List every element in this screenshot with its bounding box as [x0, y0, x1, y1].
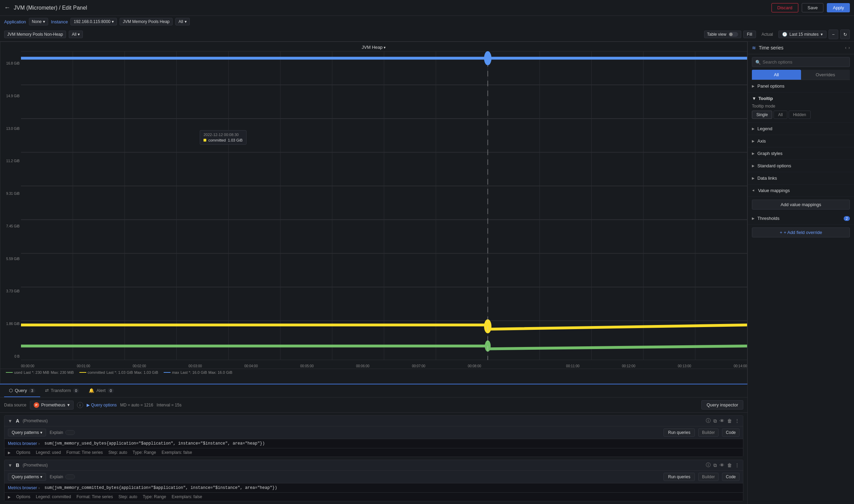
metrics-browser-link-b[interactable]: Metrics browser	[8, 485, 37, 490]
query-inspector-button[interactable]: Query inspector	[701, 400, 743, 410]
legend-committed[interactable]: committed Last *: 1.03 GiB Max: 1.03 GiB	[79, 370, 158, 374]
query-row-b: ▼ B (Prometheus) ⓘ ⧉ 👁 🗑 ⋮ Query pattern…	[4, 460, 743, 501]
delete-action-b[interactable]: 🗑	[727, 462, 732, 468]
table-view-toggle-dot[interactable]	[729, 32, 738, 37]
refresh-button[interactable]: ↻	[840, 30, 850, 39]
info-icon[interactable]: i	[77, 402, 83, 408]
query-patterns-btn-a[interactable]: Query patterns ▾	[8, 429, 46, 436]
query-options-button[interactable]: ▶ Query options	[87, 403, 117, 407]
alert-badge: 0	[108, 388, 114, 393]
tooltip-section-title[interactable]: ▼ Tooltip	[752, 96, 850, 101]
tooltip-section: ▼ Tooltip Tooltip mode Single All Hidden	[748, 92, 854, 123]
back-button[interactable]: ←	[4, 4, 10, 11]
sidebar-title: Time series	[759, 45, 842, 51]
query-expr-b[interactable]: sum(jvm_memory_committed_bytes{applicati…	[41, 485, 281, 490]
section-data-links[interactable]: ▶ Data links	[748, 172, 854, 184]
sidebar-tab-all[interactable]: All	[752, 70, 801, 80]
code-btn-b[interactable]: Code	[722, 473, 740, 481]
options-exemplars-a: Exemplars: false	[162, 450, 192, 455]
delete-action-a[interactable]: 🗑	[727, 418, 732, 424]
heap-select[interactable]: JVM Memory Pools Heap	[120, 18, 173, 25]
query-tabs: ⬡ Query 3 ⇄ Transform 0 🔔 Alert 0	[0, 384, 747, 397]
thresholds-badge: 2	[844, 216, 850, 221]
x-axis: 00:00:00 00:01:00 00:02:00 00:03:00 00:0…	[21, 363, 747, 369]
instance-select[interactable]: 192.168.0.115:8000 ▾	[70, 18, 117, 25]
builder-btn-a[interactable]: Builder	[698, 428, 719, 437]
tab-transform-icon: ⇄	[45, 388, 49, 393]
table-view-toggle[interactable]: Table view	[704, 31, 741, 38]
non-heap-value-select[interactable]: All ▾	[69, 31, 83, 38]
section-standard-options[interactable]: ▶ Standard options	[748, 160, 854, 172]
more-action-b[interactable]: ⋮	[735, 462, 740, 468]
eye-action-a[interactable]: 👁	[720, 418, 724, 424]
tooltip-mode-all[interactable]: All	[774, 111, 787, 119]
thresholds-label: Thresholds	[757, 216, 779, 221]
more-action-a[interactable]: ⋮	[735, 418, 740, 424]
explain-switch-b[interactable]	[65, 474, 75, 479]
sidebar-tab-overrides[interactable]: Overrides	[801, 70, 850, 80]
time-range-picker[interactable]: 🕐 Last 15 minutes ▾	[778, 31, 826, 38]
heap-value-select[interactable]: All ▾	[175, 18, 189, 25]
section-axis[interactable]: ▶ Axis	[748, 135, 854, 147]
explain-switch-a[interactable]	[65, 430, 75, 435]
section-thresholds[interactable]: ▶ Thresholds 2	[748, 212, 854, 225]
actual-button[interactable]: Actual	[758, 31, 776, 38]
legend-used-line	[6, 372, 13, 373]
non-heap-select[interactable]: JVM Memory Pools Non-Heap	[4, 31, 66, 38]
section-graph-styles[interactable]: ▶ Graph styles	[748, 147, 854, 160]
section-panel-options[interactable]: ▶ Panel options	[748, 80, 854, 92]
run-queries-btn-a[interactable]: Run queries	[664, 428, 695, 437]
eye-action-b[interactable]: 👁	[720, 462, 724, 468]
collapse-b[interactable]: ▼	[8, 463, 12, 468]
tab-transform[interactable]: ⇄ Transform 0	[40, 384, 84, 397]
save-button[interactable]: Save	[802, 3, 824, 12]
copy-action-a[interactable]: ⧉	[713, 418, 717, 424]
builder-btn-b[interactable]: Builder	[698, 473, 719, 481]
data-links-label: Data links	[757, 176, 777, 181]
run-queries-btn-b[interactable]: Run queries	[664, 473, 695, 481]
query-expr-a[interactable]: sum(jvm_memory_used_bytes{application="$…	[41, 441, 268, 446]
search-input[interactable]	[752, 57, 850, 67]
zoom-out-button[interactable]: −	[829, 30, 838, 39]
query-actions-a: ⓘ ⧉ 👁 🗑 ⋮	[706, 418, 740, 424]
copy-action-b[interactable]: ⧉	[713, 462, 717, 468]
section-legend[interactable]: ▶ Legend	[748, 123, 854, 135]
query-patterns-btn-b[interactable]: Query patterns ▾	[8, 473, 46, 481]
instance-label: Instance	[51, 19, 68, 24]
datasource-bar: Data source P Prometheus ▾ i ▶ Query opt…	[0, 397, 747, 413]
sidebar-tab-row: All Overrides	[752, 70, 850, 80]
metrics-arrow-b: ›	[39, 486, 40, 490]
query-options-row-a[interactable]: ▶ Options Legend: used Format: Time seri…	[4, 448, 743, 457]
section-value-mappings[interactable]: ▼ Value mappings	[748, 184, 854, 197]
y-label-7: 3.73 GiB	[6, 289, 20, 293]
chart-title[interactable]: JVM Heap	[0, 42, 747, 51]
query-row-a: ▼ A (Prometheus) ⓘ ⧉ 👁 🗑 ⋮ Query pattern…	[4, 415, 743, 457]
tooltip-mode-single[interactable]: Single	[752, 111, 772, 119]
metrics-browser-bar-b: Metrics browser › sum(jvm_memory_committ…	[4, 483, 743, 492]
collapse-a[interactable]: ▼	[8, 418, 12, 424]
y-label-5: 7.45 GiB	[6, 224, 20, 228]
info-action-a[interactable]: ⓘ	[706, 418, 711, 424]
legend-used[interactable]: used Last *: 230 MiB Max: 230 MiB	[6, 370, 74, 374]
tab-query[interactable]: ⬡ Query 3	[4, 384, 40, 397]
metrics-browser-link-a[interactable]: Metrics browser	[8, 441, 37, 446]
code-btn-a[interactable]: Code	[722, 428, 740, 437]
chart-svg-container: 16.8 GiB 14.9 GiB 13.0 GiB 11.2 GiB 9.31…	[0, 51, 747, 369]
info-action-b[interactable]: ⓘ	[706, 462, 711, 468]
axis-label: Axis	[757, 138, 766, 144]
search-icon: 🔍	[755, 59, 761, 65]
legend-used-max: Max: 230 MiB	[51, 370, 74, 374]
fill-button[interactable]: Fill	[743, 31, 756, 38]
sidebar-header: ≋ Time series ‹ ›	[748, 42, 854, 54]
apply-button[interactable]: Apply	[827, 3, 850, 12]
legend-max[interactable]: max Last *: 16.0 GiB Max: 16.0 GiB	[164, 370, 232, 374]
add-mapping-button[interactable]: Add value mappings	[752, 200, 850, 210]
discard-button[interactable]: Discard	[771, 3, 798, 12]
sidebar-expand[interactable]: ‹ ›	[845, 45, 850, 50]
application-select[interactable]: None ▾	[29, 18, 48, 25]
query-options-row-b[interactable]: ▶ Options Legend: committed Format: Time…	[4, 492, 743, 501]
datasource-select[interactable]: P Prometheus ▾	[30, 401, 74, 410]
tooltip-mode-hidden[interactable]: Hidden	[789, 111, 811, 119]
tab-alert[interactable]: 🔔 Alert 0	[84, 384, 119, 397]
add-override-button[interactable]: + + Add field override	[752, 227, 850, 237]
